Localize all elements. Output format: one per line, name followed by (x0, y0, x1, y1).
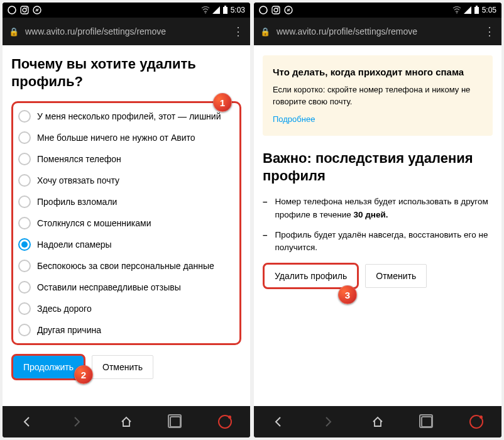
radio-circle-icon (18, 238, 31, 251)
phone-left: 5:03 🔒 www.avito.ru/profile/settings/rem… (3, 3, 250, 437)
radio-circle-icon (18, 217, 31, 229)
opera-icon (259, 6, 268, 14)
bottom-nav (3, 406, 250, 437)
shazam-icon (33, 6, 41, 14)
radio-circle-icon (18, 174, 31, 187)
url-text: www.avito.ru/profile/settings/remove (25, 26, 226, 36)
svg-rect-14 (474, 7, 479, 14)
reason-option[interactable]: Поменялся телефон (14, 148, 238, 170)
lock-icon: 🔒 (9, 27, 19, 36)
svg-point-0 (8, 6, 16, 14)
url-text: www.avito.ru/profile/settings/remove (277, 26, 478, 36)
clock: 5:03 (231, 6, 245, 14)
page-content-left: Почему вы хотите удалить профиль? 1 У ме… (3, 45, 250, 406)
svg-point-4 (33, 6, 41, 14)
info-more-link[interactable]: Подробнее (273, 114, 483, 126)
instagram-icon (271, 6, 280, 14)
consequences-list: Номер телефона нельзя будет использовать… (263, 195, 493, 254)
reason-option[interactable]: У меня несколько профилей, этот — лишний (14, 106, 238, 127)
page-title: Важно: последствия удаления профиля (263, 150, 493, 184)
reason-label: Поменялся телефон (37, 154, 121, 164)
nav-home-icon[interactable] (120, 415, 133, 428)
opera-icon (8, 6, 16, 14)
reason-label: Надоели спамеры (37, 239, 112, 250)
reason-label: Столкнулся с мошенниками (37, 218, 151, 228)
lock-icon: 🔒 (260, 27, 270, 36)
reason-option[interactable]: Беспокоюсь за свои персональные данные (14, 255, 238, 277)
svg-rect-9 (272, 6, 280, 14)
nav-opera-icon[interactable] (469, 415, 483, 429)
annotation-badge-2: 2 (74, 365, 93, 384)
nav-tabs-icon[interactable] (421, 416, 432, 427)
radio-circle-icon (18, 153, 31, 165)
nav-home-icon[interactable] (371, 415, 384, 428)
radio-circle-icon (18, 131, 31, 144)
button-row: Удалить профиль Отменить 3 (263, 263, 493, 289)
list-item: Номер телефона нельзя будет использовать… (263, 195, 493, 221)
page-content-right: Что делать, когда приходит много спама Е… (254, 45, 501, 406)
nav-forward-icon[interactable] (322, 415, 334, 428)
reason-label: Здесь дорого (37, 304, 92, 314)
svg-point-13 (456, 13, 457, 14)
nav-back-icon[interactable] (21, 415, 33, 428)
reason-label: Оставили несправедливые отзывы (37, 282, 181, 292)
cancel-button[interactable]: Отменить (365, 264, 427, 288)
battery-icon (474, 6, 479, 14)
wifi-icon (201, 6, 210, 14)
nav-tabs-icon[interactable] (170, 416, 181, 427)
radio-circle-icon (18, 281, 31, 294)
svg-point-3 (26, 8, 28, 9)
clock: 5:05 (482, 6, 496, 14)
reason-option[interactable]: Здесь дорого (14, 298, 238, 319)
reason-label: Мне больше ничего не нужно от Авито (37, 133, 195, 143)
reason-option[interactable]: Профиль взломали (14, 191, 238, 212)
radio-circle-icon (18, 324, 31, 336)
svg-point-2 (23, 8, 26, 12)
shazam-icon (284, 6, 293, 14)
reason-option[interactable]: Надоели спамеры (14, 234, 238, 255)
svg-rect-6 (223, 7, 227, 14)
svg-point-12 (285, 6, 292, 14)
svg-rect-1 (21, 6, 28, 14)
reason-label: Беспокоюсь за свои персональные данные (37, 261, 214, 271)
reason-option[interactable]: Оставили несправедливые отзывы (14, 277, 238, 298)
info-title: Что делать, когда приходит много спама (273, 65, 483, 79)
kebab-menu-icon[interactable]: ⋮ (233, 25, 244, 38)
battery-icon (222, 6, 228, 14)
cancel-button[interactable]: Отменить (92, 355, 153, 379)
reason-option[interactable]: Другая причина (14, 319, 238, 341)
address-bar[interactable]: 🔒 www.avito.ru/profile/settings/remove ⋮ (3, 18, 250, 45)
reason-label: Профиль взломали (37, 197, 117, 207)
svg-point-11 (278, 8, 279, 9)
bottom-nav (254, 406, 501, 437)
nav-forward-icon[interactable] (70, 415, 83, 428)
address-bar[interactable]: 🔒 www.avito.ru/profile/settings/remove ⋮ (254, 18, 501, 45)
reason-option[interactable]: Столкнулся с мошенниками (14, 212, 238, 234)
radio-circle-icon (18, 260, 31, 272)
info-body: Если коротко: скройте номер телефона и н… (273, 84, 483, 108)
reason-label: Хочу отвязать почту (37, 175, 119, 185)
reason-radio-group: 1 У меня несколько профилей, этот — лишн… (11, 101, 241, 345)
status-bar: 5:03 (3, 3, 250, 18)
svg-point-8 (260, 6, 267, 14)
page-title: Почему вы хотите удалить профиль? (11, 55, 241, 90)
annotation-badge-1: 1 (213, 93, 232, 112)
signal-icon (464, 6, 471, 14)
svg-point-5 (205, 13, 206, 14)
list-item: Профиль будет удалён навсегда, восстанов… (263, 229, 493, 255)
phone-right: 5:05 🔒 www.avito.ru/profile/settings/rem… (254, 3, 501, 437)
radio-circle-icon (18, 110, 31, 123)
button-row: Продолжить Отменить 2 (11, 354, 241, 380)
svg-rect-7 (224, 6, 226, 7)
reason-option[interactable]: Хочу отвязать почту (14, 170, 238, 191)
signal-icon (212, 6, 220, 14)
svg-point-10 (274, 8, 278, 12)
status-bar: 5:05 (254, 3, 501, 18)
instagram-icon (20, 6, 29, 14)
nav-opera-icon[interactable] (218, 415, 232, 429)
svg-rect-15 (476, 6, 478, 7)
reason-option[interactable]: Мне больше ничего не нужно от Авито (14, 127, 238, 148)
kebab-menu-icon[interactable]: ⋮ (484, 25, 495, 38)
radio-circle-icon (18, 302, 31, 315)
nav-back-icon[interactable] (272, 415, 285, 428)
